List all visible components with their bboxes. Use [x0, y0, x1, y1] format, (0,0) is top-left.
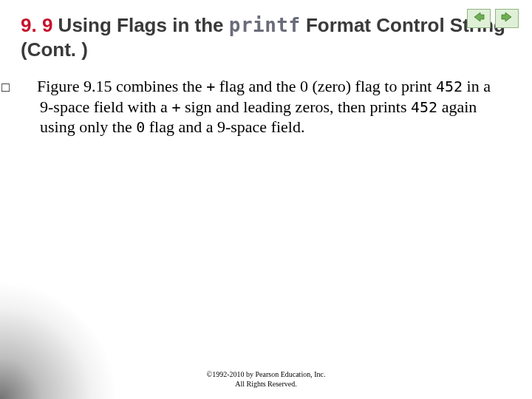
heading-code-word: printf	[229, 14, 301, 36]
section-number: 9. 9	[21, 14, 52, 36]
svg-marker-1	[502, 13, 511, 21]
slide: 9. 9 Using Flags in the printf Format Co…	[0, 0, 532, 399]
slide-heading: 9. 9 Using Flags in the printf Format Co…	[21, 13, 511, 61]
plus-flag-1: +	[206, 78, 215, 95]
prev-slide-button[interactable]	[467, 9, 491, 28]
nav-arrows	[467, 9, 519, 28]
para-text-7: flag and a 9-space field.	[145, 117, 304, 136]
arrow-right-icon	[500, 12, 514, 25]
copyright-line-2: All Rights Reserved.	[0, 380, 532, 389]
zero-flag-link: 0 (zero) flag	[300, 77, 381, 95]
copyright-line-1: ©1992-2010 by Pearson Education, Inc.	[0, 370, 532, 380]
para-text-2: flag and the	[215, 77, 300, 95]
next-slide-button[interactable]	[495, 9, 519, 28]
arrow-left-icon	[472, 12, 485, 25]
value-452-b: 452	[411, 98, 437, 116]
zero-flag: 0	[136, 118, 145, 136]
para-text-5: sign and leading zeros, then prints	[180, 98, 411, 116]
para-text-1: Figure 9.15 combines the	[37, 77, 206, 95]
copyright-footer: ©1992-2010 by Pearson Education, Inc. Al…	[0, 370, 532, 389]
svg-marker-0	[474, 13, 484, 21]
heading-text-pre: Using Flags in the	[52, 14, 228, 36]
value-452-a: 452	[436, 78, 463, 95]
plus-flag-2: +	[171, 98, 180, 116]
para-text-3: to print	[381, 77, 436, 95]
body-paragraph: □Figure 9.15 combines the + flag and the…	[21, 76, 494, 137]
square-bullet-icon: □	[21, 79, 34, 96]
